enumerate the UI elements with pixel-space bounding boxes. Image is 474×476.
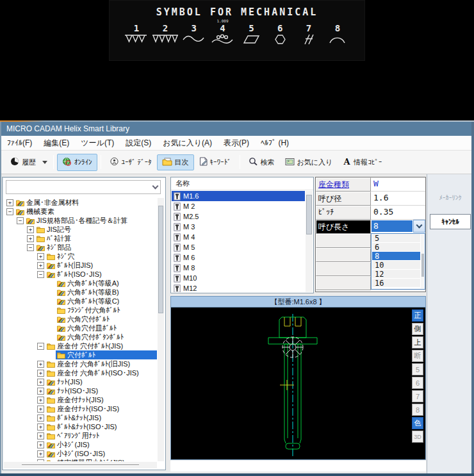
toolbar-button-user-data[interactable]: ﾕｰｻﾞ ﾃﾞｰﾀ — [104, 154, 157, 171]
tree-item[interactable]: 六角ﾎﾞﾙﾄ(等級B) — [4, 288, 157, 297]
menu-item-3[interactable]: 設定(S) — [120, 136, 157, 150]
expand-icon[interactable]: + — [37, 432, 44, 439]
cancel-button[interactable]: ｷｬﾝｾﾙ — [430, 214, 471, 229]
list-vertical-scrollbar[interactable] — [306, 191, 313, 292]
collapse-icon[interactable]: − — [17, 217, 24, 224]
view-button-側[interactable]: 側 — [412, 323, 423, 335]
tree-item-main[interactable]: 穴付ﾎﾞﾙﾄ — [56, 350, 157, 359]
view-button-色[interactable]: 色 — [412, 417, 423, 429]
tree-item[interactable]: +ﾍﾞｱﾘﾝｸﾞ用ﾅｯﾄ — [4, 431, 157, 440]
menu-item-1[interactable]: 編集(E) — [38, 136, 75, 150]
tree-item-main[interactable]: 金属･非金属材料 — [15, 198, 157, 207]
property-label[interactable]: 呼び径 — [316, 192, 371, 206]
tree-item[interactable]: +ﾊﾞﾈ計算 — [4, 234, 157, 243]
expand-icon[interactable]: + — [6, 199, 13, 206]
expand-icon[interactable]: + — [37, 459, 44, 462]
tree-item-main[interactable]: 機械要素 — [15, 207, 157, 216]
expand-icon[interactable]: + — [37, 406, 44, 413]
list-item[interactable]: M 4 — [172, 232, 305, 242]
tree-item[interactable]: −機械要素 — [4, 207, 157, 216]
tree-item[interactable]: 六角穴付ﾎﾞﾙﾄ — [4, 315, 157, 324]
dropdown-option[interactable]: 8 — [372, 252, 420, 261]
tree-item[interactable]: −座金付 穴付ﾎﾞﾙﾄ(JIS) — [4, 341, 157, 350]
view-button-8[interactable]: 8 — [412, 404, 423, 416]
expand-icon[interactable]: + — [27, 235, 34, 242]
tree-item-main[interactable]: 六角ﾎﾞﾙﾄ(等級A) — [56, 279, 157, 288]
tree-item-main[interactable]: 小ﾈｼﾞ(JIS) — [45, 440, 157, 449]
view-button-5[interactable]: 5 — [412, 363, 423, 375]
tree-item[interactable]: +ﾈｼﾞ穴 — [4, 252, 157, 261]
toolbar-button-info-copy[interactable]: A情報ｺﾋﾟｰ — [338, 154, 387, 170]
tree-item-main[interactable]: ﾎﾞﾙﾄ(旧JIS) — [45, 261, 157, 270]
tree-item[interactable]: +ﾅｯﾄ(JIS) — [4, 377, 157, 386]
tree-item-main[interactable]: 六角穴付ﾎﾞﾙﾄ — [56, 315, 157, 324]
tree-item-main[interactable]: 座金付ﾅｯﾄ(JIS) — [45, 395, 157, 404]
tree-item[interactable]: 六角穴付ﾎﾞﾀﾝﾎﾞﾙﾄ — [4, 332, 157, 341]
expand-icon[interactable]: + — [37, 361, 44, 368]
toolbar-button-online-globe[interactable]: ｵﾝﾗｲﾝ — [57, 154, 97, 171]
tree-item[interactable]: −ﾎﾞﾙﾄ(ISO･JIS) — [4, 270, 157, 279]
tree-item[interactable]: 六角穴付皿ﾎﾞﾙﾄ — [4, 324, 157, 332]
tree-item-main[interactable]: 六角穴付皿ﾎﾞﾙﾄ — [56, 324, 157, 332]
tree-item-main[interactable]: 座金付 六角ﾎﾞﾙﾄ(旧JIS) — [45, 359, 157, 368]
tree-item-main[interactable]: ﾍﾞｱﾘﾝｸﾞ用ﾅｯﾄ — [45, 431, 157, 440]
collapse-icon[interactable]: − — [27, 244, 34, 251]
tree-item-main[interactable]: 座金付 穴付ﾎﾞﾙﾄ(JIS) — [45, 341, 157, 350]
tree-item-main[interactable]: ﾅｯﾄ(ISO･JIS) — [45, 386, 157, 395]
tree-item-main[interactable]: JIS規格部品･各種記号＆計算 — [25, 216, 157, 225]
list-item[interactable]: M 3 — [172, 222, 305, 232]
expand-icon[interactable]: + — [37, 370, 44, 377]
list-item[interactable]: M 5 — [172, 242, 305, 252]
tree-item[interactable]: +小ﾈｼﾞ(ISO･JIS) — [4, 449, 157, 458]
view-button-正[interactable]: 正 — [412, 309, 423, 322]
expand-icon[interactable]: + — [37, 414, 44, 422]
dropdown-option[interactable]: 6 — [372, 243, 420, 252]
tree-item-main[interactable]: 座金付 六角ﾎﾞﾙﾄ(ISO･JIS) — [45, 368, 157, 377]
property-label[interactable]: 呼び長さ — [316, 220, 371, 234]
expand-icon[interactable]: + — [37, 253, 44, 260]
tree-item-main[interactable]: ﾊﾞﾈ計算 — [35, 234, 157, 243]
view-button-断[interactable]: 断 — [412, 350, 423, 362]
combo-dropdown-button[interactable] — [413, 220, 425, 233]
tree-item[interactable]: +座金付 六角ﾎﾞﾙﾄ(ISO･JIS) — [4, 368, 157, 377]
tree-item[interactable]: −ﾈｼﾞ部品 — [4, 243, 157, 252]
tree-item[interactable]: +座金付ﾅｯﾄ(ISO･JIS) — [4, 404, 157, 413]
dropdown-option[interactable]: 16 — [372, 279, 420, 288]
tree-item[interactable]: +ﾎﾞﾙﾄ&ﾅｯﾄ(ISO･JIS) — [4, 422, 157, 431]
expand-icon[interactable]: + — [37, 423, 44, 431]
tree-item-main[interactable]: 六角穴付ﾎﾞﾀﾝﾎﾞﾙﾄ — [56, 332, 157, 341]
tree-item-main[interactable]: ﾎﾞﾙﾄ&ﾅｯﾄ(ISO･JIS) — [45, 422, 157, 431]
expand-icon[interactable]: + — [27, 226, 34, 233]
list-item[interactable]: M 8 — [172, 263, 305, 273]
list-item[interactable]: M2.5 — [172, 211, 305, 222]
list-column-header[interactable]: 名称 — [171, 177, 313, 190]
tree-item[interactable]: 穴付ﾎﾞﾙﾄ — [4, 350, 157, 359]
menu-item-6[interactable]: ﾍﾙﾌﾟ (H) — [255, 136, 295, 150]
property-value[interactable]: 1.6 — [371, 192, 425, 206]
menu-item-4[interactable]: お気に入り(A) — [157, 136, 218, 150]
list-item[interactable]: M10 — [172, 273, 305, 283]
expand-icon[interactable]: + — [37, 388, 44, 395]
tree-item[interactable]: +小ﾈｼﾞ(JIS) — [4, 440, 157, 449]
dropdown-scrollbar[interactable] — [421, 234, 424, 288]
expand-icon[interactable]: + — [37, 262, 44, 269]
tree-item-main[interactable]: ﾅｯﾄ(JIS) — [45, 377, 157, 386]
tree-item-main[interactable]: ﾈｼﾞ部品 — [35, 243, 157, 252]
maker-link-button[interactable]: ﾒｰｶｰﾘﾝｸ — [430, 191, 470, 204]
tree-item[interactable]: 六角ﾎﾞﾙﾄ(等級C) — [4, 297, 157, 306]
tree-item-main[interactable]: ﾎﾞﾙﾄ&ﾅｯﾄ(JIS) — [45, 413, 157, 422]
tree-item-main[interactable]: ﾎﾞﾙﾄ(ISO･JIS) — [45, 270, 157, 279]
list-item[interactable]: M12 — [172, 283, 305, 292]
view-button-上[interactable]: 上 — [412, 336, 423, 349]
tree-item[interactable]: +金属･非金属材料 — [4, 198, 157, 207]
tree-item[interactable]: +ﾎﾞﾙﾄ&ﾅｯﾄ(JIS) — [4, 413, 157, 422]
tree-item[interactable]: −JIS規格部品･各種記号＆計算 — [4, 216, 157, 225]
property-value[interactable]: W — [371, 177, 425, 192]
history-dropdown-arrow[interactable] — [42, 161, 47, 164]
window-titlebar[interactable]: MICRO CADAM Helix Smart Library — [1, 122, 471, 136]
scrollbar-thumb[interactable] — [158, 206, 163, 313]
tree-item-main[interactable]: 精密機器用小ﾈｼﾞ(JIS) — [45, 458, 157, 461]
collapse-icon[interactable]: − — [37, 271, 44, 278]
scrollbar-thumb[interactable] — [22, 464, 139, 466]
property-value[interactable]: 8 — [371, 220, 425, 234]
